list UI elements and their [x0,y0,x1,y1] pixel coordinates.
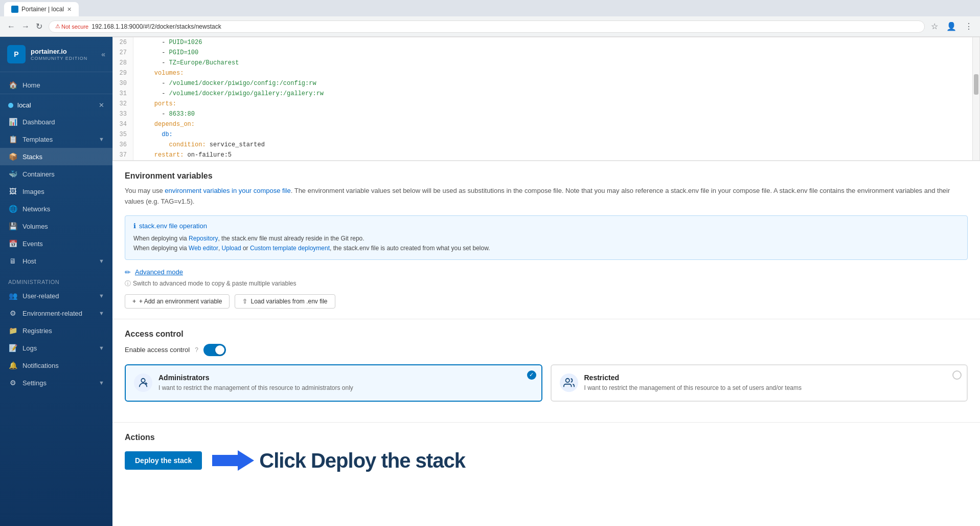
advanced-mode-link[interactable]: Advanced mode [135,268,183,276]
load-env-variables-button[interactable]: ⇧ Load variables from .env file [235,294,335,309]
line-content-28: - TZ=Europe/Bucharest [133,58,245,68]
line-number-28: 28 [113,58,133,68]
arrow-body [212,455,238,466]
sidebar-item-user-related-label: User-related [22,292,59,300]
actions-title: Actions [125,433,968,442]
upload-link[interactable]: Upload [222,245,241,252]
sidebar-item-logs-label: Logs [22,344,37,352]
browser-tab[interactable]: Portainer | local ✕ [4,2,79,16]
toggle-label: Enable access control [125,346,190,354]
access-control-toggle[interactable] [203,344,226,356]
nav-controls: ← → ↻ [5,19,44,33]
svg-point-0 [141,379,145,382]
repository-link[interactable]: Repository [189,235,218,242]
close-tab-button[interactable]: ✕ [67,6,72,13]
annotation-text: Click Deploy the stack [259,449,465,472]
code-editor[interactable]: 26 - PUID=1026 27 - PGID=100 28 - TZ=Eur… [112,37,980,161]
env-variables-section: Environment variables You may use enviro… [112,161,980,319]
code-line-33: 33 - 8633:80 [113,109,972,119]
sidebar-item-volumes[interactable]: 💾 Volumes [0,217,112,235]
settings-arrow-icon: ▼ [99,380,104,386]
back-button[interactable]: ← [5,20,17,33]
forward-button[interactable]: → [19,20,32,33]
advanced-mode-icon: ✏ [125,268,131,276]
line-number-33: 33 [113,109,133,119]
web-editor-link[interactable]: Web editor [189,245,218,252]
sidebar-item-environment-related[interactable]: ⚙ Environment-related ▼ [0,304,112,322]
sidebar-item-events[interactable]: 📅 Events [0,235,112,252]
reload-button[interactable]: ↻ [34,19,44,33]
not-secure-indicator: ⚠ Not secure [55,23,88,30]
add-env-variable-button[interactable]: + + Add an environment variable [125,294,230,309]
line-number-29: 29 [113,68,133,78]
sidebar-item-logs[interactable]: 📝 Logs ▼ [0,339,112,357]
sidebar-item-images[interactable]: 🖼 Images [0,183,112,200]
sidebar-item-host[interactable]: 🖥 Host ▼ [0,252,112,270]
upload-icon: ⇧ [242,298,247,305]
env-variables-title: Environment variables [125,171,968,181]
sidebar-item-dashboard[interactable]: 📊 Dashboard [0,113,112,130]
custom-template-link[interactable]: Custom template deployment [250,245,330,252]
host-icon: 🖥 [8,257,17,265]
containers-icon: 🐳 [8,170,17,178]
line-number-26: 26 [113,37,133,48]
tab-favicon [11,6,18,13]
code-line-29: 29 volumes: [113,68,972,78]
logo-name: portainer.io [31,48,87,56]
sidebar-item-notifications[interactable]: 🔔 Notifications [0,357,112,374]
sidebar-item-notifications-label: Notifications [22,362,59,369]
host-arrow-icon: ▼ [99,258,104,264]
line-number-31: 31 [113,89,133,99]
info-box-title: ℹ stack.env file operation [133,222,959,230]
line-content-29: volumes: [133,68,190,78]
registries-icon: 📁 [8,326,17,335]
code-line-28: 28 - TZ=Europe/Bucharest [113,58,972,68]
line-number-37: 37 [113,150,133,160]
code-scrollbar[interactable] [972,37,979,160]
env-status-dot [8,103,13,108]
code-line-34: 34 depends_on: [113,119,972,129]
logs-icon: 📝 [8,344,17,352]
add-env-icon: + [132,298,136,305]
sidebar-item-user-related[interactable]: 👥 User-related ▼ [0,287,112,304]
env-header[interactable]: local ✕ [0,97,112,113]
bookmark-button[interactable]: ☆ [929,19,940,33]
templates-icon: 📋 [8,135,17,143]
enable-access-control-row: Enable access control ? [125,344,968,356]
restricted-card[interactable]: Restricted I want to restrict the manage… [551,364,968,402]
environment-section: local ✕ 📊 Dashboard 📋 Templates ▼ 📦 [0,94,112,273]
env-close-button[interactable]: ✕ [99,101,104,109]
help-icon[interactable]: ? [195,346,198,354]
env-variables-link[interactable]: environment variables in your compose fi… [165,187,290,194]
svg-point-3 [565,379,569,382]
app-layout: P portainer.io COMMUNITY EDITION « 🏠 Hom… [0,37,980,526]
administrators-card-check: ✓ [527,370,536,380]
sidebar-item-templates-label: Templates [22,136,53,143]
restricted-card-title: Restricted [584,374,802,382]
profile-button[interactable]: 👤 [944,19,959,33]
sidebar-item-home[interactable]: 🏠 Home [0,76,112,94]
line-content-36: condition: service_started [133,140,271,150]
sidebar-item-registries[interactable]: 📁 Registries [0,322,112,339]
sidebar: P portainer.io COMMUNITY EDITION « 🏠 Hom… [0,37,112,526]
sidebar-item-settings[interactable]: ⚙ Settings ▼ [0,374,112,391]
administrators-card[interactable]: Administrators I want to restrict the ma… [125,364,542,402]
home-icon: 🏠 [8,81,17,89]
user-related-icon: 👥 [8,292,17,300]
code-line-26: 26 - PUID=1026 [113,37,972,48]
sidebar-item-templates[interactable]: 📋 Templates ▼ [0,130,112,148]
sidebar-item-settings-label: Settings [22,379,47,387]
sidebar-item-registries-label: Registries [22,327,52,335]
tab-title: Portainer | local [21,6,64,13]
sidebar-item-stacks[interactable]: 📦 Stacks [0,148,112,165]
sidebar-item-containers[interactable]: 🐳 Containers [0,165,112,183]
menu-button[interactable]: ⋮ [963,19,975,33]
sidebar-collapse-button[interactable]: « [101,50,105,58]
line-number-35: 35 [113,129,133,140]
actions-section: Actions Deploy the stack Click Deploy th… [112,423,980,483]
deploy-stack-button[interactable]: Deploy the stack [125,451,202,470]
sidebar-item-networks[interactable]: 🌐 Networks [0,200,112,217]
sidebar-item-dashboard-label: Dashboard [22,118,55,126]
address-bar[interactable]: ⚠ Not secure 192.168.1.18:9000/#!/2/dock… [49,20,925,33]
info-box: ℹ stack.env file operation When deployin… [125,215,968,260]
